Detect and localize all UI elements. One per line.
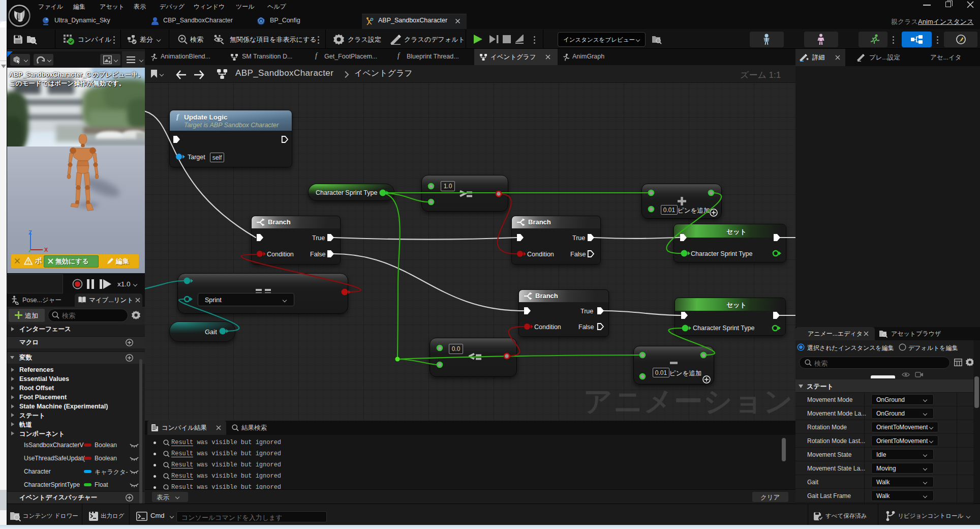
svg-text:X: X: [44, 247, 48, 253]
svg-text:Z: Z: [28, 229, 32, 236]
